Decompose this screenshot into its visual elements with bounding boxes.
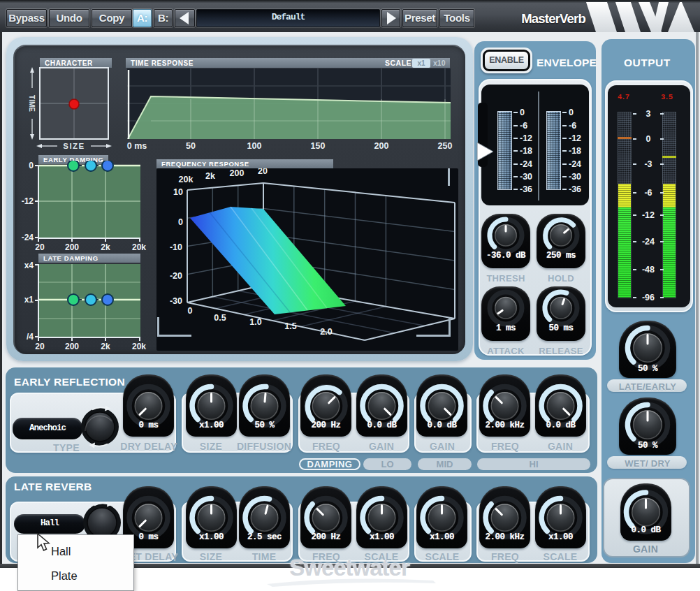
svg-text:2k: 2k (205, 171, 215, 181)
svg-text:0: 0 (29, 161, 34, 170)
svg-text:20k: 20k (179, 175, 194, 184)
svg-text:-24: -24 (22, 233, 34, 242)
svg-text:0: 0 (188, 306, 193, 316)
svg-text:SIZE: SIZE (63, 142, 85, 150)
svg-text:20: 20 (35, 242, 45, 251)
svg-text:200: 200 (65, 242, 79, 251)
svg-text:TIME: TIME (28, 95, 36, 112)
svg-text:200: 200 (65, 342, 79, 351)
svg-text:/4: /4 (27, 332, 34, 342)
svg-text:1.5: 1.5 (284, 321, 296, 331)
svg-text:20: 20 (35, 342, 45, 351)
svg-text:2k: 2k (101, 242, 110, 251)
svg-text:-20: -20 (170, 271, 182, 281)
svg-text:2.0: 2.0 (320, 327, 332, 337)
svg-text:0: 0 (178, 217, 183, 227)
svg-text:10: 10 (173, 187, 183, 197)
svg-text:-30: -30 (170, 296, 182, 306)
svg-text:0.5: 0.5 (214, 313, 226, 323)
svg-text:20k: 20k (132, 242, 146, 251)
svg-text:-10: -10 (170, 242, 182, 252)
svg-text:20: 20 (258, 168, 268, 176)
svg-text:x4: x4 (24, 261, 34, 270)
svg-text:2k: 2k (101, 342, 110, 351)
svg-text:200: 200 (230, 168, 245, 178)
svg-text:x1: x1 (24, 295, 34, 305)
svg-text:20k: 20k (132, 342, 146, 351)
svg-text:-12: -12 (22, 196, 34, 206)
svg-text:1.0: 1.0 (249, 317, 261, 327)
